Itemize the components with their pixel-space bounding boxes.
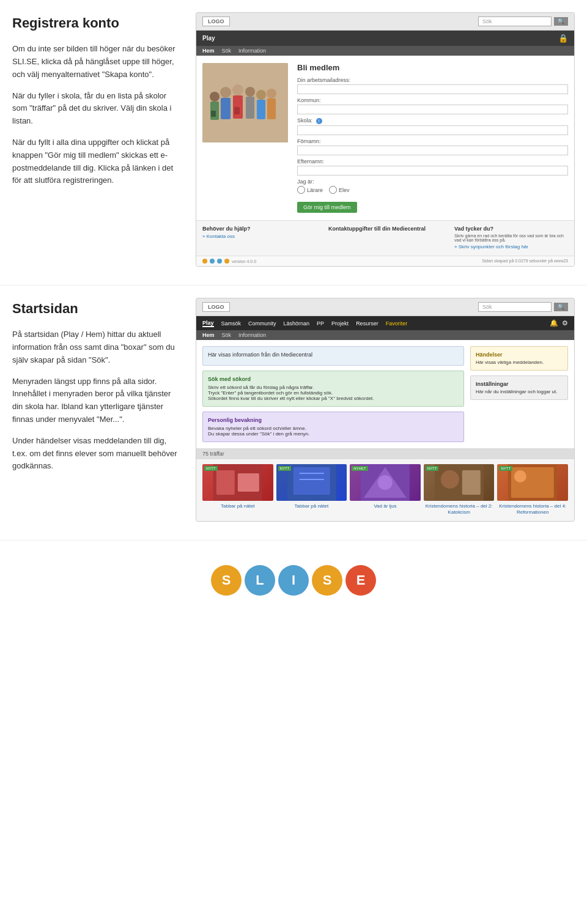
browser-search-input[interactable]: Sök bbox=[478, 17, 552, 26]
handelser-title: Händelser bbox=[476, 352, 563, 358]
nav2-play[interactable]: Play bbox=[202, 320, 214, 327]
start-para-1: På startsidan (Play / Hem) hittar du akt… bbox=[12, 328, 183, 366]
jag-ar-row: Jag är: Lärare Elev bbox=[297, 179, 568, 195]
svg-rect-13 bbox=[211, 111, 216, 117]
register-content: Bli medlem Din arbetsmailadress: Kommun:… bbox=[196, 56, 574, 220]
radio-larare[interactable]: Lärare bbox=[297, 186, 323, 194]
email-field[interactable] bbox=[297, 84, 568, 94]
settings-icon[interactable]: ⚙ bbox=[562, 319, 568, 327]
start-subnav: Hem Sök Information bbox=[196, 330, 574, 340]
result-card-2[interactable]: NYTT Tabbar på nätet bbox=[276, 464, 347, 516]
nav2-resurser[interactable]: Resurser bbox=[356, 320, 378, 327]
register-image bbox=[202, 63, 288, 142]
start-search-button[interactable]: 🔍 bbox=[554, 303, 568, 311]
content-left: Här visas information från din Mediecent… bbox=[202, 346, 464, 442]
browser-toolbar: LOGO Sök 🔍 bbox=[196, 13, 574, 31]
radio-elev-input[interactable] bbox=[329, 186, 337, 194]
svg-point-7 bbox=[245, 87, 255, 97]
svg-point-24 bbox=[378, 475, 393, 490]
skola-label: Skola: i bbox=[297, 117, 568, 124]
zoho-logo-area: version 4.0.0 bbox=[202, 259, 256, 264]
register-title: Registrera konto bbox=[12, 12, 183, 34]
email-row: Din arbetsmailadress: bbox=[297, 77, 568, 94]
result-thumb-4: NYTT bbox=[424, 464, 495, 501]
nav2-pp[interactable]: PP bbox=[317, 320, 324, 327]
subnav2-hem[interactable]: Hem bbox=[202, 332, 215, 338]
personal-line2: Du skapar dessa under "Sök" i den grå me… bbox=[208, 431, 459, 437]
subnav2-sok[interactable]: Sök bbox=[222, 332, 232, 338]
footer-col-feedback: Vad tycker du? Skriv gärna en rad och be… bbox=[454, 226, 568, 251]
radio-larare-label: Lärare bbox=[307, 187, 323, 193]
svg-rect-16 bbox=[216, 470, 235, 495]
skola-field[interactable] bbox=[297, 125, 568, 135]
radio-larare-input[interactable] bbox=[297, 186, 305, 194]
radio-elev-label: Elev bbox=[339, 187, 350, 193]
results-grid: NYTT Tabbar på nätet NYTT bbox=[196, 459, 574, 521]
result-thumb-3: NYHET bbox=[350, 464, 421, 501]
nav2-favoriter[interactable]: Favoriter bbox=[386, 320, 408, 327]
personal-box: Personlig bevakning Bevaka nyheter på et… bbox=[202, 412, 464, 442]
svg-rect-12 bbox=[267, 98, 276, 119]
skola-row: Skola: i bbox=[297, 117, 568, 135]
browser-footer: Behöver du hjälp? » Kontakta oss Kontakt… bbox=[196, 220, 574, 256]
start-browser-screenshot: LOGO Sök 🔍 Play Samsök Community Läshörn… bbox=[196, 298, 575, 522]
result-label-4: NYTT bbox=[426, 466, 439, 471]
browser-search-button[interactable]: 🔍 bbox=[554, 17, 568, 26]
result-label-2: NYTT bbox=[278, 466, 292, 471]
footer-contact-title: Kontaktuppgifter till din Mediecentral bbox=[328, 226, 442, 232]
result-thumb-1: NYTT bbox=[202, 464, 273, 501]
installningar-text: Här når du inställningar och loggar ut. bbox=[476, 389, 563, 394]
handelser-box: Händelser Här visas viktiga meddelanden. bbox=[470, 346, 568, 371]
svg-point-11 bbox=[267, 89, 276, 98]
notification-icon[interactable]: 🔔 bbox=[550, 319, 558, 327]
result-card-1[interactable]: NYTT Tabbar på nätet bbox=[202, 464, 273, 516]
efternamn-row: Efternamn: bbox=[297, 158, 568, 176]
bli-form-title: Bli medlem bbox=[297, 63, 568, 72]
installningar-title: Inställningar bbox=[476, 381, 563, 387]
result-card-5[interactable]: NYTT Kristendomens historia – del 4: Ref… bbox=[497, 464, 568, 516]
zoho-dot-2 bbox=[210, 259, 215, 264]
email-label: Din arbetsmailadress: bbox=[297, 77, 568, 83]
subnav2-information[interactable]: Information bbox=[238, 332, 266, 338]
svg-rect-17 bbox=[238, 473, 259, 492]
search-tip-line2: Tryck "Enter" på tangentbordet och gör e… bbox=[208, 390, 459, 396]
efternamn-field[interactable] bbox=[297, 166, 568, 176]
subnav-sok[interactable]: Sök bbox=[222, 48, 232, 54]
info-box: Här visas information från din Mediecent… bbox=[202, 346, 464, 366]
slise-logo-section: S L I S E bbox=[0, 541, 587, 614]
footer-feedback-link[interactable]: » Skriv synpunkter och förslag här bbox=[454, 244, 568, 249]
result-thumb-2: NYTT bbox=[276, 464, 347, 501]
start-search-input[interactable]: Sök bbox=[478, 302, 552, 312]
nav2-community[interactable]: Community bbox=[248, 320, 276, 327]
kommun-field[interactable] bbox=[297, 105, 568, 114]
subnav-information[interactable]: Information bbox=[238, 48, 266, 54]
nav2-samsok[interactable]: Samsök bbox=[221, 320, 242, 327]
submit-button[interactable]: Gör mig till medlem bbox=[297, 202, 357, 213]
result-title-1: Tabbar på nätet bbox=[202, 503, 273, 509]
slise-letter-s1: S bbox=[211, 565, 242, 596]
footer-help-link[interactable]: » Kontakta oss bbox=[202, 234, 316, 239]
register-left-text: Registrera konto Om du inte ser bilden t… bbox=[12, 12, 183, 267]
search-tip-line1: Skriv ett sökord så får du förslag på nå… bbox=[208, 385, 459, 390]
svg-rect-14 bbox=[234, 107, 240, 114]
nav-item-play[interactable]: Play bbox=[202, 35, 215, 42]
footer-col-help: Behöver du hjälp? » Kontakta oss bbox=[202, 226, 316, 251]
nav2-icons: 🔔 ⚙ bbox=[550, 319, 568, 327]
register-para-1: Om du inte ser bilden till höger när du … bbox=[12, 43, 183, 81]
nav2-projekt[interactable]: Projekt bbox=[331, 320, 349, 327]
browser-search-box: Sök 🔍 bbox=[478, 17, 568, 26]
fornamn-field[interactable] bbox=[297, 146, 568, 155]
nav2-lashornan[interactable]: Läshörnan bbox=[284, 320, 310, 327]
start-main-content: Här visas information från din Mediecent… bbox=[196, 340, 574, 448]
slise-letter-l: L bbox=[245, 565, 275, 596]
browser-logo: LOGO bbox=[202, 17, 230, 26]
result-card-4[interactable]: NYTT Kristendomens historia – del 2: Kat… bbox=[424, 464, 495, 516]
slise-logo: S L I S E bbox=[211, 565, 376, 596]
subnav-hem[interactable]: Hem bbox=[202, 48, 215, 54]
register-para-2: När du fyller i skola, får du en lista p… bbox=[12, 90, 183, 128]
footer-help-title: Behöver du hjälp? bbox=[202, 226, 316, 232]
radio-elev[interactable]: Elev bbox=[329, 186, 350, 194]
bottom-meta-text: Sidan skapad på 0.0279 sekunder på www23 bbox=[482, 259, 568, 264]
svg-rect-10 bbox=[257, 100, 265, 119]
result-card-3[interactable]: NYHET Vad är ljus bbox=[350, 464, 421, 516]
